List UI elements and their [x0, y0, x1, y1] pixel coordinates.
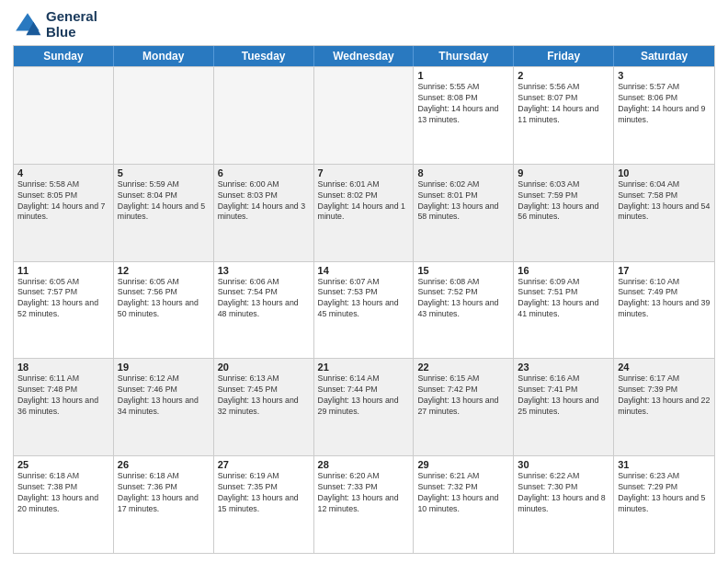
day-info: Sunrise: 5:59 AMSunset: 8:04 PMDaylight:… — [118, 179, 210, 224]
daylight-label: Daylight: 13 hours and 12 minutes. — [318, 493, 399, 513]
day-number: 5 — [118, 167, 210, 178]
daylight-label: Daylight: 14 hours and 3 minutes. — [218, 201, 305, 222]
sunset-label: Sunset: 7:48 PM — [17, 385, 77, 394]
daylight-label: Daylight: 13 hours and 15 minutes. — [218, 493, 299, 513]
calendar-cell — [114, 67, 214, 164]
daylight-label: Daylight: 14 hours and 13 minutes. — [417, 104, 498, 124]
calendar-cell: 19Sunrise: 6:12 AMSunset: 7:46 PMDayligh… — [114, 359, 214, 455]
daylight-label: Daylight: 13 hours and 27 minutes. — [417, 396, 498, 416]
calendar-cell: 3Sunrise: 5:57 AMSunset: 8:06 PMDaylight… — [614, 67, 714, 164]
calendar-cell: 18Sunrise: 6:11 AMSunset: 7:48 PMDayligh… — [14, 359, 114, 455]
sunrise-label: Sunrise: 6:18 AM — [118, 471, 179, 480]
sunrise-label: Sunrise: 6:00 AM — [218, 179, 279, 189]
calendar-cell: 11Sunrise: 6:05 AMSunset: 7:57 PMDayligh… — [14, 262, 114, 359]
calendar-cell: 5Sunrise: 5:59 AMSunset: 8:04 PMDaylight… — [114, 165, 214, 261]
day-info: Sunrise: 6:15 AMSunset: 7:42 PMDaylight:… — [417, 373, 509, 418]
day-info: Sunrise: 6:00 AMSunset: 8:03 PMDaylight:… — [218, 179, 310, 224]
day-number: 16 — [518, 265, 609, 276]
calendar-cell — [314, 67, 415, 164]
day-info: Sunrise: 6:04 AMSunset: 7:58 PMDaylight:… — [618, 179, 711, 224]
sunset-label: Sunset: 7:58 PM — [618, 190, 677, 200]
daylight-label: Daylight: 13 hours and 48 minutes. — [218, 298, 299, 318]
calendar-cell: 6Sunrise: 6:00 AMSunset: 8:03 PMDaylight… — [214, 165, 314, 261]
sunset-label: Sunset: 8:04 PM — [118, 190, 177, 200]
day-info: Sunrise: 6:06 AMSunset: 7:54 PMDaylight:… — [218, 277, 310, 321]
calendar-cell: 1Sunrise: 5:55 AMSunset: 8:08 PMDaylight… — [414, 67, 514, 164]
day-info: Sunrise: 6:05 AMSunset: 7:56 PMDaylight:… — [118, 277, 210, 321]
sunset-label: Sunset: 7:42 PM — [417, 385, 477, 394]
calendar-cell: 17Sunrise: 6:10 AMSunset: 7:49 PMDayligh… — [614, 262, 714, 359]
calendar-cell: 28Sunrise: 6:20 AMSunset: 7:33 PMDayligh… — [314, 456, 415, 553]
calendar-cell: 15Sunrise: 6:08 AMSunset: 7:52 PMDayligh… — [414, 262, 514, 359]
sunrise-label: Sunrise: 6:10 AM — [618, 277, 679, 286]
calendar-row-5: 25Sunrise: 6:18 AMSunset: 7:38 PMDayligh… — [14, 455, 714, 553]
calendar-cell: 22Sunrise: 6:15 AMSunset: 7:42 PMDayligh… — [414, 359, 514, 455]
day-number: 7 — [318, 167, 410, 178]
day-number: 1 — [417, 70, 509, 81]
sunset-label: Sunset: 7:56 PM — [118, 287, 177, 296]
sunrise-label: Sunrise: 6:17 AM — [618, 373, 679, 383]
day-number: 10 — [618, 167, 711, 178]
sunset-label: Sunset: 7:59 PM — [518, 190, 577, 200]
sunrise-label: Sunrise: 6:20 AM — [318, 471, 380, 480]
day-info: Sunrise: 6:23 AMSunset: 7:29 PMDaylight:… — [618, 471, 711, 515]
day-info: Sunrise: 6:11 AMSunset: 7:48 PMDaylight:… — [17, 373, 109, 418]
calendar-row-2: 4Sunrise: 5:58 AMSunset: 8:05 PMDaylight… — [14, 164, 714, 261]
daylight-label: Daylight: 13 hours and 22 minutes. — [618, 396, 710, 416]
day-number: 17 — [618, 265, 711, 276]
daylight-label: Daylight: 13 hours and 52 minutes. — [17, 298, 98, 318]
sunset-label: Sunset: 7:49 PM — [618, 287, 677, 296]
calendar-cell: 9Sunrise: 6:03 AMSunset: 7:59 PMDaylight… — [514, 165, 614, 261]
sunrise-label: Sunrise: 6:12 AM — [118, 373, 179, 383]
calendar-row-1: 1Sunrise: 5:55 AMSunset: 8:08 PMDaylight… — [14, 66, 714, 164]
day-number: 15 — [417, 265, 509, 276]
sunset-label: Sunset: 7:57 PM — [17, 287, 77, 296]
day-info: Sunrise: 6:16 AMSunset: 7:41 PMDaylight:… — [518, 373, 609, 418]
day-info: Sunrise: 6:12 AMSunset: 7:46 PMDaylight:… — [118, 373, 210, 418]
sunrise-label: Sunrise: 5:56 AM — [518, 82, 579, 91]
sunset-label: Sunset: 7:35 PM — [218, 482, 278, 491]
daylight-label: Daylight: 14 hours and 5 minutes. — [118, 201, 205, 222]
day-number: 8 — [417, 167, 509, 178]
sunset-label: Sunset: 8:01 PM — [417, 190, 477, 200]
sunset-label: Sunset: 7:32 PM — [417, 482, 477, 491]
daylight-label: Daylight: 13 hours and 54 minutes. — [618, 201, 710, 222]
day-info: Sunrise: 6:01 AMSunset: 8:02 PMDaylight:… — [318, 179, 410, 224]
day-number: 21 — [318, 362, 410, 373]
sunrise-label: Sunrise: 5:55 AM — [417, 82, 479, 91]
calendar-cell: 27Sunrise: 6:19 AMSunset: 7:35 PMDayligh… — [214, 456, 314, 553]
calendar-cell: 4Sunrise: 5:58 AMSunset: 8:05 PMDaylight… — [14, 165, 114, 261]
day-number: 24 — [618, 362, 711, 373]
header-day-friday: Friday — [514, 46, 614, 66]
daylight-label: Daylight: 13 hours and 32 minutes. — [218, 396, 299, 416]
day-info: Sunrise: 6:02 AMSunset: 8:01 PMDaylight:… — [417, 179, 509, 224]
sunrise-label: Sunrise: 6:22 AM — [518, 471, 579, 480]
day-info: Sunrise: 5:57 AMSunset: 8:06 PMDaylight:… — [618, 82, 711, 126]
daylight-label: Daylight: 13 hours and 45 minutes. — [318, 298, 399, 318]
calendar-cell: 21Sunrise: 6:14 AMSunset: 7:44 PMDayligh… — [314, 359, 415, 455]
day-number: 27 — [218, 459, 310, 470]
sunset-label: Sunset: 7:45 PM — [218, 385, 278, 394]
day-number: 18 — [17, 362, 109, 373]
calendar-cell: 24Sunrise: 6:17 AMSunset: 7:39 PMDayligh… — [614, 359, 714, 455]
daylight-label: Daylight: 13 hours and 39 minutes. — [618, 298, 710, 318]
day-number: 22 — [417, 362, 509, 373]
header-day-sunday: Sunday — [14, 46, 114, 66]
sunrise-label: Sunrise: 6:11 AM — [17, 373, 79, 383]
sunset-label: Sunset: 8:03 PM — [218, 190, 278, 200]
sunset-label: Sunset: 7:41 PM — [518, 385, 577, 394]
calendar-cell: 7Sunrise: 6:01 AMSunset: 8:02 PMDaylight… — [314, 165, 415, 261]
logo-icon — [13, 10, 42, 40]
calendar-cell: 16Sunrise: 6:09 AMSunset: 7:51 PMDayligh… — [514, 262, 614, 359]
sunrise-label: Sunrise: 6:06 AM — [218, 277, 279, 286]
day-info: Sunrise: 6:18 AMSunset: 7:38 PMDaylight:… — [17, 471, 109, 515]
daylight-label: Daylight: 14 hours and 7 minutes. — [17, 201, 105, 222]
sunset-label: Sunset: 7:44 PM — [318, 385, 378, 394]
daylight-label: Daylight: 13 hours and 43 minutes. — [417, 298, 498, 318]
sunrise-label: Sunrise: 6:04 AM — [618, 179, 679, 189]
sunset-label: Sunset: 8:05 PM — [17, 190, 77, 200]
sunset-label: Sunset: 8:08 PM — [417, 93, 477, 102]
day-number: 31 — [618, 459, 711, 470]
sunrise-label: Sunrise: 6:07 AM — [318, 277, 380, 286]
sunrise-label: Sunrise: 6:14 AM — [318, 373, 380, 383]
